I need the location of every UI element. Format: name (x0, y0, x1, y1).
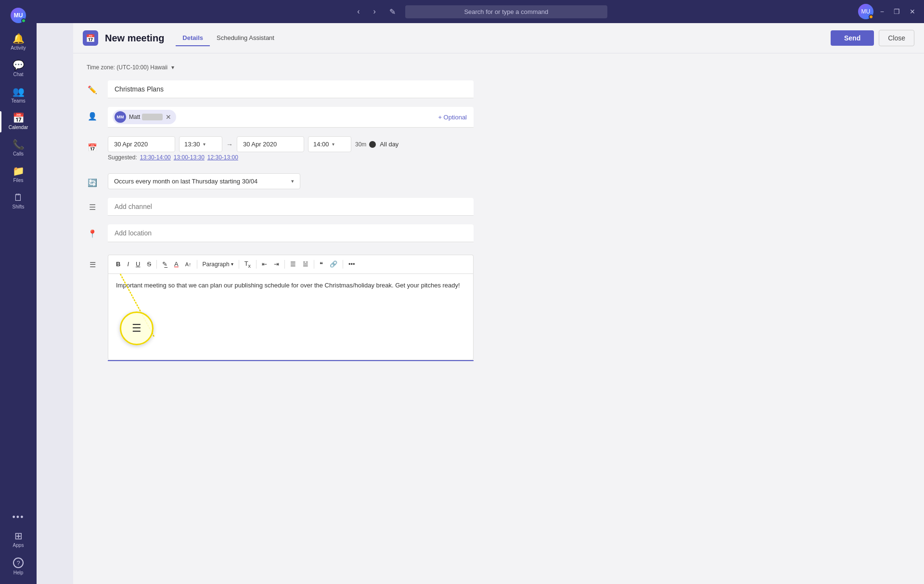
activity-icon: 🔔 (13, 34, 25, 43)
italic-button[interactable]: I (124, 259, 132, 270)
calendar-header-icon: 📅 (86, 34, 95, 43)
toolbar-sep-5 (284, 260, 285, 269)
all-day-label: All day (380, 141, 398, 148)
user-avatar[interactable]: MU (858, 4, 873, 19)
time-arrow: → (226, 141, 233, 148)
restore-button[interactable]: ❐ (891, 6, 903, 17)
minimize-button[interactable]: − (877, 6, 887, 17)
indent-increase-button[interactable]: ⇥ (271, 259, 282, 270)
editor-bottom-bar (108, 360, 474, 361)
avatar: MU (11, 8, 26, 23)
end-time-select[interactable]: 14:00 ▾ (308, 136, 351, 152)
title-row: ✏️ (85, 78, 912, 101)
attendees-row: 👤 MM Matt ✕ + Optional (85, 104, 912, 130)
format-list-icon: ☰ (90, 260, 96, 269)
attendee-avatar: MM (115, 111, 126, 123)
paragraph-dropdown[interactable]: Paragraph ▾ (200, 259, 236, 270)
sidebar-item-chat[interactable]: 💬 Chat (0, 55, 37, 82)
attendee-remove-button[interactable]: ✕ (166, 113, 171, 121)
attendees-field[interactable]: MM Matt ✕ + Optional (108, 107, 474, 128)
channel-field-container (108, 198, 912, 216)
start-date-input[interactable]: 30 Apr 2020 (108, 136, 175, 152)
editor-icon: ☰ (85, 255, 100, 269)
timezone-label: Time zone: (UTC-10:00) Hawaii (87, 64, 167, 71)
duration-badge: 30m (355, 141, 376, 148)
datetime-container: 30 Apr 2020 13:30 ▾ → 30 Apr 2020 14:00 (108, 136, 912, 165)
recurrence-chevron: ▾ (291, 178, 294, 184)
bold-button[interactable]: B (113, 259, 123, 270)
tab-scheduling[interactable]: Scheduling Assistant (210, 30, 281, 46)
attendees-icon: 👤 (85, 107, 100, 121)
quote-button[interactable]: ❝ (317, 259, 326, 270)
recurrence-select[interactable]: Occurs every month on last Thursday star… (108, 173, 300, 189)
sidebar-item-calls[interactable]: 📞 Calls (0, 135, 37, 161)
suggested-time-1[interactable]: 13:30-14:00 (140, 154, 171, 161)
datetime-row: 📅 30 Apr 2020 13:30 ▾ → 30 Apr 2020 (85, 133, 912, 168)
sidebar-item-label: Activity (11, 45, 26, 51)
sidebar-item-calendar[interactable]: 📅 Calendar (0, 108, 37, 135)
editor-body[interactable]: Important meeting so that we can plan ou… (108, 273, 474, 360)
close-window-button[interactable]: ✕ (907, 6, 918, 17)
strikethrough-button[interactable]: S (144, 259, 154, 270)
sidebar-item-shifts[interactable]: 🗒 Shifts (0, 188, 37, 214)
more-options-button[interactable]: ••• (346, 259, 358, 270)
location-icon: 📍 (85, 224, 100, 238)
suggested-time-3[interactable]: 12:30-13:00 (207, 154, 238, 161)
toolbar-sep-3 (239, 260, 239, 269)
chat-icon: 💬 (13, 60, 25, 70)
channel-input[interactable] (108, 198, 474, 216)
header-actions: Send Close (831, 30, 914, 46)
font-size-decrease-button[interactable]: A↑ (182, 260, 194, 269)
recurrence-value: Occurs every month on last Thursday star… (114, 178, 257, 185)
highlight-button[interactable]: ✎̲ (159, 259, 170, 270)
sidebar-item-apps[interactable]: ⊞ Apps (0, 526, 37, 553)
duration-dot (369, 141, 376, 148)
title-icon: ✏️ (85, 80, 100, 94)
sidebar-item-avatar[interactable]: MU (0, 4, 37, 29)
sidebar-item-label: Help (13, 570, 24, 575)
forward-button[interactable]: › (370, 5, 380, 18)
toolbar-sep-2 (197, 260, 197, 269)
indent-decrease-button[interactable]: ⇤ (259, 259, 270, 270)
topbar-right: MU − ❐ ✕ (858, 4, 918, 19)
start-time-select[interactable]: 13:30 ▾ (179, 136, 222, 152)
back-button[interactable]: ‹ (353, 5, 363, 18)
files-icon: 📁 (13, 166, 25, 176)
location-row: 📍 (85, 221, 912, 245)
sidebar: MU 🔔 Activity 💬 Chat 👥 Teams 📅 Calendar … (0, 0, 37, 584)
underline-button[interactable]: U (133, 259, 143, 270)
annotation-icon: ☰ (132, 320, 141, 336)
numbered-list-button[interactable]: ☱ (300, 259, 311, 270)
bullet-list-button[interactable]: ☰ (287, 259, 299, 270)
suggested-time-2[interactable]: 13:00-13:30 (174, 154, 205, 161)
start-time-chevron: ▾ (203, 142, 205, 147)
meeting-title: New meeting (105, 33, 164, 44)
user-status (869, 14, 873, 19)
sidebar-item-label: Teams (11, 98, 25, 104)
paragraph-label: Paragraph (203, 261, 230, 268)
optional-link[interactable]: + Optional (438, 114, 469, 121)
sidebar-item-label: Apps (13, 543, 24, 548)
font-color-button[interactable]: A (171, 259, 181, 270)
sidebar-item-more[interactable]: ••• (0, 508, 37, 526)
editor-toolbar: B I U S ✎̲ A A↑ Paragraph ▾ (108, 255, 474, 273)
end-date-input[interactable]: 30 Apr 2020 (237, 136, 304, 152)
sidebar-item-files[interactable]: 📁 Files (0, 161, 37, 188)
title-input[interactable] (108, 80, 474, 98)
annotation-circle: ☰ (120, 311, 154, 345)
search-input[interactable] (405, 5, 607, 18)
tab-details[interactable]: Details (176, 30, 210, 46)
sidebar-item-help[interactable]: ? Help (0, 553, 37, 580)
clear-format-button[interactable]: Tx (242, 258, 254, 271)
link-button[interactable]: 🔗 (327, 259, 340, 270)
send-button[interactable]: Send (831, 30, 874, 46)
close-button[interactable]: Close (879, 30, 914, 46)
timezone-dropdown-icon[interactable]: ▾ (171, 64, 174, 71)
sidebar-item-activity[interactable]: 🔔 Activity (0, 29, 37, 55)
location-input[interactable] (108, 224, 474, 242)
sidebar-item-teams[interactable]: 👥 Teams (0, 82, 37, 108)
channel-row: ☰ (85, 195, 912, 219)
compose-button[interactable]: ✎ (385, 5, 399, 18)
apps-icon: ⊞ (14, 531, 23, 541)
title-field-container (108, 80, 912, 98)
